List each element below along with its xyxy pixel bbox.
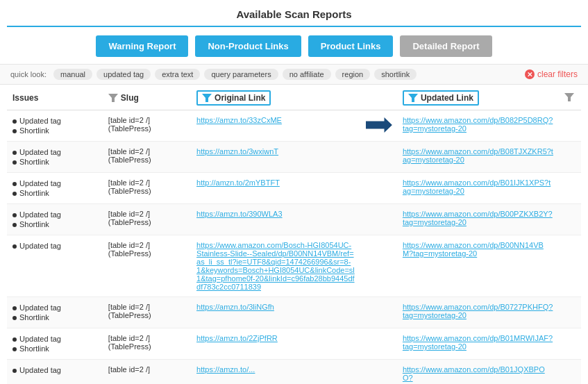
bullet-icon (12, 347, 17, 351)
cell-updated: https://www.amazon.com/dp/B01MRWIJAF?tag… (397, 328, 559, 360)
cell-extra (559, 328, 581, 360)
tag-query[interactable]: query parameters (204, 69, 278, 80)
bullet-icon (12, 369, 17, 373)
issue-label: Updated tag (19, 210, 61, 219)
issue-label: Updated tag (19, 117, 61, 125)
bullet-icon (12, 182, 17, 186)
cell-issues: Updated tagShortlink (7, 142, 103, 173)
table-row: Updated tagShortlink[table id=2 /] (Tabl… (7, 173, 581, 204)
quick-look-label: quick look: (10, 70, 47, 78)
cell-arrow (360, 235, 397, 297)
issue-item: Updated tag (12, 116, 97, 126)
cell-arrow (360, 328, 397, 360)
bullet-icon (12, 151, 17, 155)
bullet-icon (12, 337, 17, 342)
report-buttons: Warning Report Non-Product Links Product… (0, 27, 588, 64)
cell-slug: [table id=2 /] (TablePress) (103, 328, 191, 360)
filter-updated-icon[interactable] (408, 94, 418, 102)
table-row: Updated tagShortlink[table id=2 /] (Tabl… (7, 297, 581, 328)
filter-slug-icon[interactable] (108, 94, 118, 102)
issue-label: Updated tag (19, 179, 61, 187)
updated-link[interactable]: https://www.amazon.com/dp/B01JQXBPOO? (403, 365, 545, 382)
updated-link[interactable]: https://www.amazon.com/dp/B08TJXZKR5?tag… (403, 147, 553, 164)
table-row: Updated tagShortlink[table id=2 /] (Tabl… (7, 204, 581, 235)
updated-link[interactable]: https://www.amazon.com/dp/B01MRWIJAF?tag… (403, 334, 553, 351)
cell-original: https://www.amazon.com/Bosch-HGI8054UC-S… (191, 235, 360, 297)
original-link[interactable]: http://amzn.to/2mYBTFT (196, 178, 280, 187)
issue-item: Updated tag (12, 241, 97, 251)
filter-extra-icon[interactable] (564, 93, 574, 101)
cell-original: https://amzn.to/3liNGfh (191, 297, 360, 328)
cell-slug: [table id=2 /] (TablePress) (103, 204, 191, 235)
updated-link[interactable]: https://www.amazon.com/dp/B01IJK1XPS?tag… (403, 178, 551, 195)
cell-arrow (360, 297, 397, 328)
issue-item: Shortlink (12, 219, 97, 229)
issue-label: Shortlink (19, 158, 49, 166)
updated-link[interactable]: https://www.amazon.com/dp/B00PZKXB2Y?tag… (403, 210, 553, 226)
cell-slug: [table id=2 /] (TablePress) (103, 110, 191, 142)
updated-link[interactable]: https://www.amazon.com/dp/B00NN14VBM?tag… (403, 241, 544, 258)
warning-report-button[interactable]: Warning Report (96, 35, 188, 57)
cell-updated: https://www.amazon.com/dp/B00PZKXB2Y?tag… (397, 204, 559, 235)
product-links-button[interactable]: Product Links (308, 35, 394, 57)
cell-issues: Updated tagShortlink (7, 297, 103, 328)
cell-extra (559, 235, 581, 297)
issue-item: Updated tag (12, 334, 97, 344)
original-link[interactable]: https://amzn.to/3wxiwnT (196, 147, 278, 156)
original-link[interactable]: https://amzn.to/2ZjPfRR (196, 334, 278, 342)
tag-updated[interactable]: updated tag (96, 69, 151, 80)
original-link[interactable]: https://amzn.to/3liNGfh (196, 303, 274, 311)
issue-item: Updated tag (12, 303, 97, 312)
bullet-icon (12, 192, 17, 196)
issue-label: Shortlink (19, 344, 49, 353)
cell-original: https://amzn.to/390WLA3 (191, 204, 360, 235)
issue-item: Shortlink (12, 312, 97, 322)
issue-label: Updated tag (19, 303, 61, 312)
arrow-icon (366, 117, 392, 133)
nonproduct-links-button[interactable]: Non-Product Links (195, 35, 301, 57)
tag-noaffiliate[interactable]: no affiliate (283, 69, 331, 80)
bullet-icon (12, 223, 17, 227)
cell-original: https://amzn.to/33zCxME (191, 110, 360, 142)
bullet-icon (12, 316, 17, 320)
detailed-report-button[interactable]: Detailed Report (400, 35, 492, 57)
cell-extra (559, 110, 581, 142)
clear-filters-button[interactable]: ✕ clear filters (525, 69, 578, 79)
svg-marker-2 (408, 94, 418, 102)
col-filter-extra (559, 85, 581, 110)
table-row: Updated tag[table id=2 /]https://amzn.to… (7, 360, 581, 385)
tag-extra[interactable]: extra text (155, 69, 200, 80)
cell-slug: [table id=2 /] (TablePress) (103, 173, 191, 204)
cell-updated: https://www.amazon.com/dp/B082P5D8RQ?tag… (397, 110, 559, 142)
issue-label: Updated tag (19, 242, 61, 250)
bullet-icon (12, 129, 17, 133)
data-table: Issues Slug (7, 85, 581, 384)
tag-region[interactable]: region (335, 69, 371, 80)
top-header: Available Scan Reports (7, 0, 581, 27)
cell-slug: [table id=2 /] (TablePress) (103, 235, 191, 297)
cell-issues: Updated tagShortlink (7, 328, 103, 360)
original-link[interactable]: https://amzn.to/... (196, 365, 255, 374)
issue-item: Updated tag (12, 178, 97, 188)
clear-icon: ✕ (525, 69, 535, 79)
page-container: Available Scan Reports Warning Report No… (0, 0, 588, 384)
tag-shortlink[interactable]: shortlink (374, 69, 417, 80)
filter-original-icon[interactable] (202, 94, 212, 102)
cell-slug: [table id=2 /] (TablePress) (103, 142, 191, 173)
cell-issues: Updated tagShortlink (7, 204, 103, 235)
bullet-icon (12, 160, 17, 165)
original-link[interactable]: https://www.amazon.com/Bosch-HGI8054UC-S… (196, 241, 355, 291)
table-row: Updated tagShortlink[table id=2 /] (Tabl… (7, 142, 581, 173)
page-title: Available Scan Reports (7, 8, 581, 20)
svg-marker-3 (564, 93, 574, 101)
svg-marker-0 (108, 94, 118, 102)
original-link[interactable]: https://amzn.to/33zCxME (196, 116, 282, 124)
updated-link[interactable]: https://www.amazon.com/dp/B0727PKHFQ?tag… (403, 303, 553, 319)
cell-issues: Updated tag (7, 360, 103, 385)
cell-issues: Updated tagShortlink (7, 110, 103, 142)
issue-item: Shortlink (12, 344, 97, 353)
tag-manual[interactable]: manual (53, 69, 92, 80)
cell-issues: Updated tagShortlink (7, 173, 103, 204)
updated-link[interactable]: https://www.amazon.com/dp/B082P5D8RQ?tag… (403, 116, 553, 133)
original-link[interactable]: https://amzn.to/390WLA3 (196, 210, 283, 218)
